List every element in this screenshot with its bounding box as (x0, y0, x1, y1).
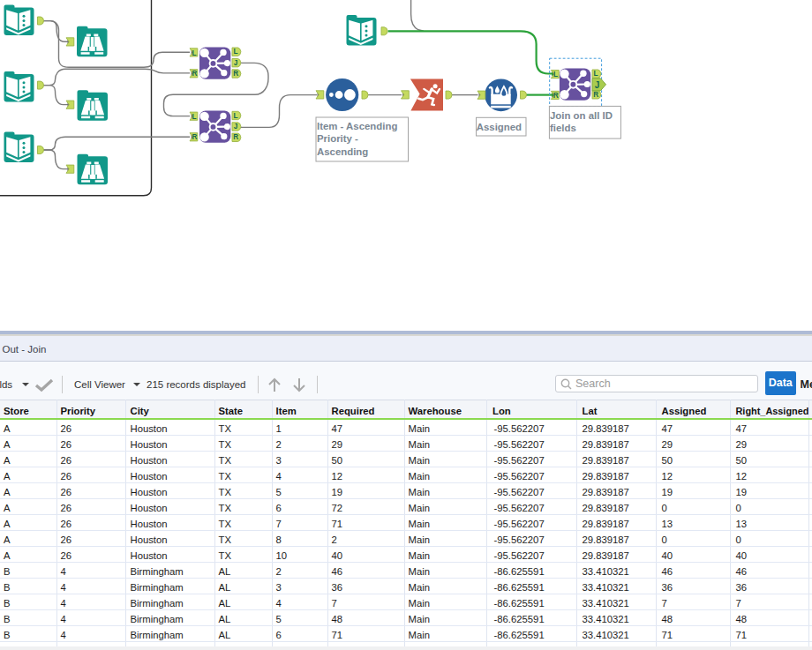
svg-text:L: L (233, 112, 237, 120)
svg-text:R: R (593, 91, 598, 99)
svg-text:R: R (553, 92, 559, 100)
svg-text:J: J (234, 123, 238, 131)
svg-text:L: L (192, 49, 197, 57)
svg-text:L: L (233, 48, 237, 56)
svg-text:L: L (192, 113, 197, 121)
svg-text:fields: fields (550, 123, 576, 133)
svg-text:Join on all ID: Join on all ID (550, 110, 613, 121)
svg-text:R: R (192, 70, 197, 78)
svg-text:R: R (233, 134, 238, 142)
svg-text:L: L (593, 70, 598, 78)
svg-text:Ascending: Ascending (317, 146, 368, 157)
svg-text:Assigned: Assigned (477, 122, 522, 132)
svg-text:R: R (192, 133, 197, 141)
svg-text:J: J (595, 80, 600, 90)
svg-text:Item - Ascending: Item - Ascending (317, 121, 397, 131)
svg-text:L: L (553, 71, 558, 78)
svg-text:R: R (233, 70, 238, 78)
svg-text:Priority -: Priority - (317, 133, 358, 144)
svg-text:J: J (234, 59, 238, 67)
